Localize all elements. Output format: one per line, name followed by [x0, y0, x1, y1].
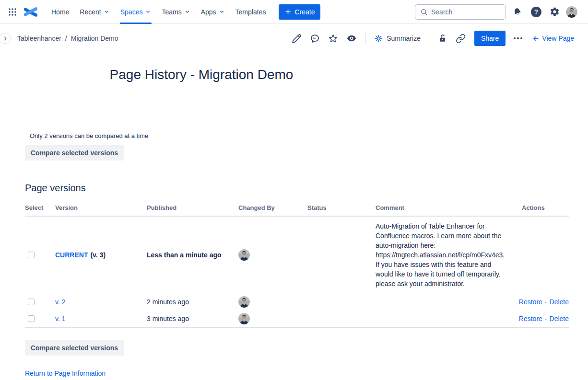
settings-button[interactable] [548, 5, 562, 19]
ellipsis-icon [514, 37, 522, 39]
version-link-v1[interactable]: v. 1 [55, 315, 66, 322]
table-row-comment-cell [376, 311, 522, 328]
grid-icon [8, 7, 17, 17]
nav-item-home[interactable]: Home [46, 0, 74, 24]
delete-link[interactable]: Delete [550, 315, 569, 322]
top-navigation-bar: Home Recent Spaces Teams Apps [0, 0, 588, 24]
comments-button[interactable] [307, 31, 322, 46]
version-checkbox[interactable] [28, 299, 35, 305]
nav-item-label: Apps [201, 8, 216, 16]
copy-link-button[interactable] [453, 31, 468, 46]
more-actions-button[interactable] [511, 35, 525, 42]
table-row-version-cell: v. 1 [55, 311, 147, 328]
breadcrumb-page-link[interactable]: Migration Demo [71, 35, 118, 42]
table-row-comment-cell [376, 293, 522, 311]
summarize-button[interactable]: Summarize [372, 32, 423, 45]
nav-item-label: Home [51, 8, 69, 16]
compare-selected-versions-button-bottom[interactable]: Compare selected versions [25, 340, 124, 356]
nav-item-label: Templates [235, 8, 266, 16]
page-header-row: Tableenhancer / Migration Demo [0, 24, 588, 53]
table-row-comment-cell: Auto-Migration of Table Enhancer for Con… [376, 217, 522, 293]
version-link-v2[interactable]: v. 2 [55, 298, 66, 306]
search-box [415, 4, 506, 20]
column-header-published: Published [147, 200, 238, 217]
published-time: 2 minutes ago [147, 298, 189, 306]
star-icon [328, 34, 338, 44]
toolbar-divider [429, 33, 429, 44]
actions-separator: · [545, 298, 547, 306]
column-header-status: Status [307, 200, 376, 217]
table-row-changed-by-cell [238, 217, 307, 293]
chevron-down-icon [104, 9, 110, 15]
primary-nav: Home Recent Spaces Teams Apps [46, 0, 271, 24]
table-row-status-cell [307, 217, 376, 293]
published-time: 3 minutes ago [147, 315, 189, 322]
nav-item-label: Teams [162, 8, 181, 16]
changed-by-avatar [238, 249, 250, 261]
table-row-changed-by-cell [238, 311, 307, 328]
bell-icon [512, 7, 523, 17]
nav-item-label: Recent [80, 8, 101, 16]
breadcrumb: Tableenhancer / Migration Demo [17, 35, 118, 42]
comment-icon [310, 34, 320, 44]
table-row-version-cell: v. 2 [55, 293, 147, 311]
table-row-status-cell [307, 311, 376, 328]
changed-by-avatar [238, 313, 250, 324]
published-time: Less than a minute ago [147, 251, 222, 259]
notifications-button[interactable] [510, 5, 525, 19]
table-row-published-cell: 3 minutes ago [147, 311, 238, 328]
view-page-label: View Page [542, 35, 574, 42]
table-row-published-cell: Less than a minute ago [147, 217, 238, 293]
view-page-link[interactable]: View Page [532, 35, 574, 42]
favorite-button[interactable] [326, 31, 341, 46]
table-row-version-cell: CURRENT (v. 3) [55, 217, 147, 293]
version-checkbox[interactable] [28, 315, 35, 322]
delete-link[interactable]: Delete [550, 298, 569, 306]
restore-link[interactable]: Restore [519, 298, 542, 306]
version-link-current[interactable]: CURRENT [55, 251, 88, 259]
chevron-right-icon [2, 35, 8, 41]
share-button[interactable]: Share [474, 31, 506, 46]
breadcrumb-separator: / [65, 35, 67, 42]
table-row-changed-by-cell [238, 293, 307, 311]
version-number: (v. 3) [90, 251, 106, 259]
help-icon: ? [531, 7, 541, 17]
return-to-page-information-link[interactable]: Return to Page Information [25, 369, 106, 377]
link-icon [456, 34, 466, 44]
gear-icon [550, 7, 560, 17]
pencil-icon [292, 34, 302, 44]
create-button-label: Create [294, 8, 315, 16]
nav-item-templates[interactable]: Templates [230, 0, 271, 24]
left-arrow-icon [532, 35, 540, 42]
create-button[interactable]: Create [279, 4, 320, 20]
page-versions-heading: Page versions [25, 183, 569, 194]
help-button[interactable]: ? [529, 5, 543, 19]
compare-selected-versions-button-top[interactable]: Compare selected versions [25, 145, 124, 161]
sidebar-expand-button[interactable] [0, 33, 11, 44]
summarize-label: Summarize [387, 35, 421, 42]
chevron-down-icon [219, 9, 225, 15]
search-input[interactable] [431, 8, 501, 16]
app-switcher-button[interactable] [6, 5, 19, 19]
page-title: Page History - Migration Demo [25, 65, 378, 84]
restrictions-button[interactable] [435, 31, 450, 46]
confluence-logo[interactable] [24, 6, 37, 18]
versions-table: Select Version Published Changed By Stat… [25, 200, 569, 328]
column-header-changed-by: Changed By [238, 200, 307, 217]
breadcrumb-space-link[interactable]: Tableenhancer [17, 35, 61, 42]
toolbar-divider [365, 33, 366, 44]
version-checkbox[interactable] [28, 252, 35, 258]
nav-item-spaces[interactable]: Spaces [115, 0, 157, 24]
restore-link[interactable]: Restore [519, 315, 542, 322]
column-header-version: Version [55, 200, 147, 217]
watch-button[interactable] [344, 31, 359, 46]
nav-item-apps[interactable]: Apps [196, 0, 230, 24]
nav-item-recent[interactable]: Recent [74, 0, 115, 24]
edit-button[interactable] [289, 31, 304, 46]
table-row-select-cell [25, 217, 55, 293]
user-avatar[interactable] [566, 6, 577, 18]
table-row-select-cell [25, 293, 55, 311]
nav-item-teams[interactable]: Teams [156, 0, 195, 24]
compare-hint-text: Only 2 versions can be compared at a tim… [30, 132, 569, 139]
nav-item-label: Spaces [120, 8, 143, 16]
